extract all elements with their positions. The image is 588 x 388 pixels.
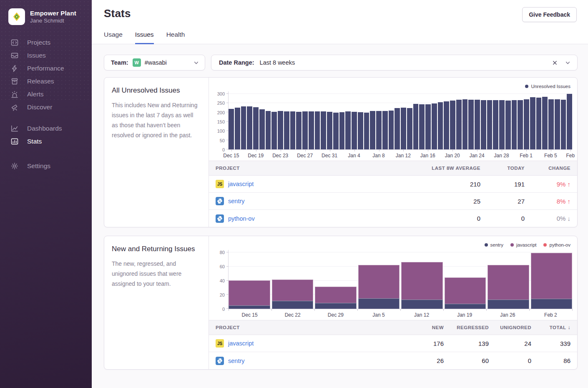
give-feedback-button[interactable]: Give Feedback [522,7,577,22]
plot-area [228,91,572,150]
legend-item-javascript[interactable]: javascript [510,242,537,247]
bar-segment-value [524,99,529,149]
bar[interactable] [407,91,412,149]
clear-icon[interactable] [552,60,558,66]
bar-segment-value [290,111,296,149]
project-link[interactable]: javascript [228,181,254,187]
legend-item-python-ov[interactable]: python-ov [543,242,570,247]
bar[interactable] [247,91,252,149]
bar[interactable] [542,91,548,149]
bar[interactable] [567,91,572,149]
bar[interactable] [512,91,517,149]
date-range-filter[interactable]: Date Range: Last 8 weeks [211,55,578,71]
bar[interactable] [309,91,314,149]
bar[interactable] [487,91,493,149]
bar[interactable] [487,250,529,309]
bar[interactable] [413,91,419,149]
sidebar-item-dashboards[interactable]: Dashboards [0,122,92,135]
sidebar-item-settings[interactable]: Settings [0,159,92,172]
bar[interactable] [536,91,542,149]
bar[interactable] [352,91,357,149]
team-filter[interactable]: Team: W #wasabi [104,55,205,71]
sidebar-item-issues[interactable]: Issues [0,49,92,62]
bar[interactable] [462,91,468,149]
bar[interactable] [376,91,382,149]
project-link[interactable]: python-ov [228,215,255,222]
bar[interactable] [438,91,443,149]
project-link[interactable]: sentry [228,198,245,204]
bar[interactable] [481,91,486,149]
bar[interactable] [315,91,320,149]
bar[interactable] [271,91,277,149]
bar[interactable] [327,91,332,149]
bar[interactable] [419,91,425,149]
bar[interactable] [229,91,234,149]
legend-item-unresolved-issues[interactable]: Unresolved Issues [525,84,570,89]
bar[interactable] [382,91,388,149]
project-link[interactable]: sentry [228,358,245,364]
bar[interactable] [561,91,566,149]
sidebar-item-performance[interactable]: Performance [0,62,92,75]
bar[interactable] [302,91,308,149]
x-tick-label: Dec 23 [272,153,288,159]
sidebar-item-discover[interactable]: Discover [0,101,92,113]
sidebar-item-alerts[interactable]: Alerts [0,88,92,101]
bar[interactable] [450,91,455,149]
sidebar: Empower Plant Jane Schmidt ProjectsIssue… [0,0,92,388]
tab-health[interactable]: Health [166,31,185,44]
bar[interactable] [530,91,535,149]
bar[interactable] [364,91,369,149]
bar[interactable] [456,91,462,149]
bar[interactable] [499,91,505,149]
legend-item-sentry[interactable]: sentry [485,242,503,247]
bar[interactable] [266,91,271,149]
sidebar-item-releases[interactable]: Releases [0,75,92,88]
bar[interactable] [444,91,449,149]
bar[interactable] [321,91,326,149]
bar[interactable] [401,91,406,149]
bar[interactable] [468,91,474,149]
org-switcher[interactable]: Empower Plant Jane Schmidt [0,0,92,32]
bar[interactable] [315,250,357,309]
bar[interactable] [493,91,498,149]
bar[interactable] [505,91,511,149]
bar[interactable] [284,91,289,149]
bar[interactable] [253,91,259,149]
bar[interactable] [229,250,270,309]
tab-issues[interactable]: Issues [135,31,154,44]
bar[interactable] [425,91,431,149]
bar[interactable] [259,91,265,149]
bar[interactable] [358,91,363,149]
bar[interactable] [358,250,400,309]
sidebar-item-projects[interactable]: Projects [0,36,92,49]
bar[interactable] [389,91,394,149]
new-returning-issues-table: ProjectNewRegressedUnignoredTotal↓JSjava… [209,320,577,369]
bar[interactable] [339,91,345,149]
bar-segment-value [548,99,554,149]
bar[interactable] [395,91,400,149]
bar[interactable] [272,250,314,309]
column-header-unignored: Unignored [489,325,531,330]
bar[interactable] [524,91,529,149]
sidebar-item-stats[interactable]: Stats [0,135,92,148]
bar[interactable] [475,91,480,149]
bar[interactable] [555,91,560,149]
bar[interactable] [278,91,283,149]
bar[interactable] [531,250,573,309]
bar[interactable] [333,91,339,149]
bar[interactable] [345,91,351,149]
bar[interactable] [370,91,375,149]
bar[interactable] [401,250,443,309]
bar[interactable] [445,250,486,309]
project-link[interactable]: javascript [228,340,254,347]
bar[interactable] [518,91,523,149]
bar[interactable] [290,91,296,149]
bar[interactable] [241,91,246,149]
bar[interactable] [296,91,302,149]
bar[interactable] [432,91,437,149]
bar[interactable] [235,91,240,149]
bar[interactable] [548,91,554,149]
bar-segment-value [425,104,431,149]
tab-usage[interactable]: Usage [104,31,123,44]
column-header-total[interactable]: Total↓ [531,325,570,330]
